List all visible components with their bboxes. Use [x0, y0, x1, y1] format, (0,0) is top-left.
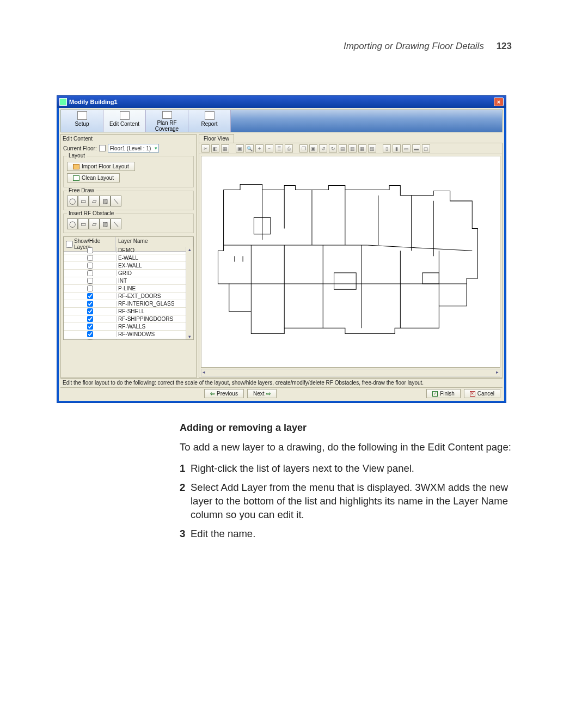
tool-d-icon[interactable]: ▬ — [412, 144, 420, 153]
layer-row[interactable]: DEMO — [64, 247, 186, 254]
grid-icon[interactable]: ▦ — [221, 144, 229, 153]
scroll-up-icon[interactable]: ▴ — [188, 247, 191, 252]
layer-checkbox[interactable] — [87, 339, 93, 339]
zoom-icon[interactable]: 🔍 — [246, 144, 254, 153]
tool-c-icon[interactable]: ▭ — [402, 144, 411, 153]
fit-icon[interactable]: ▣ — [236, 144, 244, 153]
floor-view-tab[interactable]: Floor View — [199, 134, 234, 143]
step-number: 2 — [180, 481, 185, 495]
zoom-out-icon[interactable]: － — [265, 144, 273, 153]
layer-name: RF-EXT_DOORS — [116, 293, 186, 299]
eraser-icon[interactable]: ◧ — [211, 144, 219, 153]
floor-icon — [99, 145, 106, 151]
layer-row[interactable]: RF-WALLS — [64, 323, 186, 331]
floor-view-canvas[interactable] — [201, 156, 500, 368]
tool-a-icon[interactable]: ▯ — [383, 144, 391, 153]
doc-steps: 1Right-click the list of layers next to … — [180, 462, 512, 541]
clean-layout-button[interactable]: Clean Layout — [67, 173, 120, 182]
svg-line-8 — [367, 245, 472, 251]
tool-e-icon[interactable]: ▢ — [422, 144, 430, 153]
obst-fill-icon[interactable]: ▨ — [100, 218, 111, 229]
layer-checkbox[interactable] — [87, 331, 93, 337]
redo-icon[interactable]: ↻ — [329, 144, 337, 153]
align-l-icon[interactable]: ▤ — [339, 144, 347, 153]
draw-fill-icon[interactable]: ▨ — [100, 196, 111, 206]
layer-row[interactable]: RF-WINDOWS — [64, 331, 186, 338]
layer-checkbox[interactable] — [87, 301, 93, 307]
layer-name: RF-INTERIOR_GLASS — [116, 301, 186, 307]
page-number: 123 — [497, 41, 512, 51]
layer-checkbox[interactable] — [87, 316, 93, 322]
list-icon[interactable]: ≣ — [275, 144, 283, 153]
hscroll-right-icon[interactable]: ▸ — [496, 369, 499, 376]
layer-row[interactable]: E-WALL — [64, 254, 186, 262]
x-icon: ✕ — [470, 391, 475, 397]
align-j-icon[interactable]: ▧ — [368, 144, 376, 153]
layer-row[interactable]: RF-INTERIOR_GLASS — [64, 300, 186, 308]
page-header: Importing or Drawing Floor Details 123 — [344, 41, 512, 52]
layer-checkbox[interactable] — [87, 308, 93, 314]
obst-line-icon[interactable]: ＼ — [111, 218, 121, 229]
draw-line-icon[interactable]: ＼ — [111, 196, 121, 206]
layer-checkbox[interactable] — [87, 324, 93, 330]
doc-intro: To add a new layer to a drawing, do the … — [180, 441, 512, 454]
layer-checkbox[interactable] — [87, 247, 93, 253]
titlebar[interactable]: Modify Building1 × — [57, 96, 506, 108]
align-c-icon[interactable]: ▥ — [348, 144, 357, 153]
hscroll-left-icon[interactable]: ◂ — [203, 369, 205, 376]
paste-icon[interactable]: ▣ — [309, 144, 317, 153]
previous-button[interactable]: ⇦Previous — [204, 389, 244, 398]
wizard-button-row: ⇦Previous Next⇨ ✓Finish ✕Cancel — [60, 387, 503, 399]
obst-rect-icon[interactable]: ▭ — [78, 218, 89, 229]
scroll-down-icon[interactable]: ▾ — [188, 334, 191, 339]
zoom-in-icon[interactable]: ＋ — [255, 144, 264, 153]
layer-checkbox[interactable] — [87, 293, 93, 299]
layer-checkbox[interactable] — [87, 263, 93, 269]
draw-rect-icon[interactable]: ▭ — [78, 196, 89, 206]
layer-row[interactable]: RF-EXT_DOORS — [64, 293, 186, 300]
tab-report[interactable]: Report — [188, 110, 231, 132]
layer-checkbox[interactable] — [87, 270, 93, 276]
layer-row[interactable]: RM-NAME — [64, 338, 186, 339]
obstacle-buttons: ◯ ▭ ▱ ▨ ＼ — [67, 218, 190, 229]
cancel-button[interactable]: ✕Cancel — [464, 389, 500, 398]
layers-table[interactable]: Show/Hide Layers Layer Name DEMOE-WALLEX… — [63, 236, 194, 340]
cancel-label: Cancel — [477, 391, 494, 397]
obst-circle-icon[interactable]: ◯ — [67, 218, 78, 229]
canvas-hscrollbar[interactable]: ◂▸ — [201, 369, 500, 376]
current-floor-combo[interactable]: Floor1 (Level : 1) — [108, 144, 160, 153]
doc-heading: Adding or removing a layer — [180, 421, 512, 434]
import-floor-layout-button[interactable]: Import Floor Layout — [67, 162, 135, 171]
tab-plan-rf[interactable]: Plan RF Coverage — [146, 110, 188, 132]
layer-row[interactable]: P-LINE — [64, 285, 186, 293]
close-button[interactable]: × — [494, 98, 504, 106]
undo-icon[interactable]: ↺ — [319, 144, 327, 153]
layer-row[interactable]: EX-WALL — [64, 262, 186, 270]
layer-row[interactable]: GRID — [64, 270, 186, 277]
layer-checkbox[interactable] — [87, 255, 93, 261]
tab-edit-content[interactable]: Edit Content — [103, 110, 146, 132]
draw-circle-icon[interactable]: ◯ — [67, 196, 78, 206]
layer-name: RF-WALLS — [116, 324, 186, 330]
layer-row[interactable]: RF-SHIPPINGDOORS — [64, 315, 186, 323]
layer-checkbox[interactable] — [87, 285, 93, 291]
layer-row[interactable]: INT — [64, 277, 186, 285]
layers-scrollbar[interactable]: ▴▾ — [186, 247, 193, 339]
cut-icon[interactable]: ✂ — [201, 144, 210, 153]
layers-body[interactable]: DEMOE-WALLEX-WALLGRIDINTP-LINERF-EXT_DOO… — [64, 247, 186, 339]
layer-name: P-LINE — [116, 285, 186, 291]
right-panel: Floor View ✂ ◧ ▦ ▣ 🔍 ＋ － ≣ ⎙ ❐ — [199, 134, 503, 378]
align-r-icon[interactable]: ▦ — [358, 144, 366, 153]
draw-poly-icon[interactable]: ▱ — [89, 196, 100, 206]
layer-name: RM-NAME — [116, 339, 186, 339]
copy-icon[interactable]: ❐ — [299, 144, 308, 153]
arrow-right-icon: ⇨ — [266, 391, 271, 397]
print-icon[interactable]: ⎙ — [285, 144, 293, 153]
finish-button[interactable]: ✓Finish — [426, 389, 461, 398]
tab-setup[interactable]: Setup — [61, 110, 103, 132]
layer-checkbox[interactable] — [87, 278, 93, 284]
next-button[interactable]: Next⇨ — [247, 389, 277, 398]
tool-b-icon[interactable]: ▮ — [393, 144, 401, 153]
layer-row[interactable]: RF-SHELL — [64, 308, 186, 315]
obst-poly-icon[interactable]: ▱ — [89, 218, 100, 229]
